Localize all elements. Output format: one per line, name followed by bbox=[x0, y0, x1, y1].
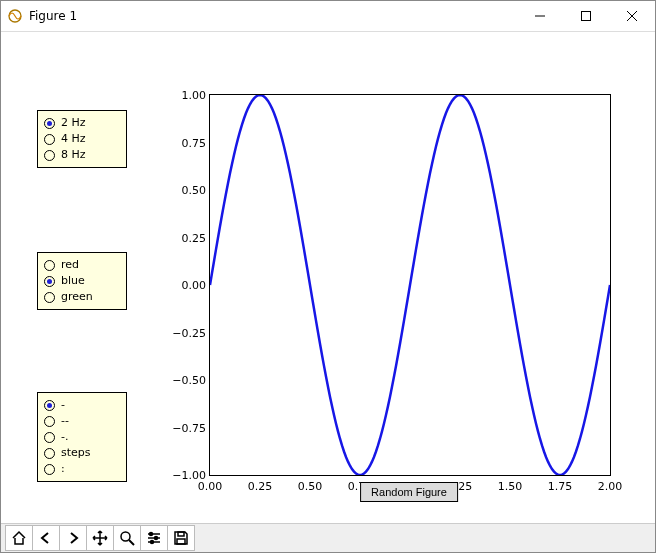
radio-indicator bbox=[44, 292, 55, 303]
radio-label: green bbox=[61, 289, 93, 305]
radio-label: steps bbox=[61, 445, 91, 461]
plot-line bbox=[210, 95, 610, 475]
radio-label: 4 Hz bbox=[61, 131, 86, 147]
radio-indicator bbox=[44, 416, 55, 427]
radio-group-linestyle[interactable]: ----.steps: bbox=[37, 392, 127, 482]
svg-point-10 bbox=[150, 533, 153, 536]
matplotlib-toolbar bbox=[1, 523, 655, 552]
x-tick-label: 0.25 bbox=[240, 480, 280, 493]
radio-indicator bbox=[44, 276, 55, 287]
radio-option[interactable]: : bbox=[44, 461, 120, 477]
radio-indicator bbox=[44, 134, 55, 145]
radio-option[interactable]: red bbox=[44, 257, 120, 273]
radio-option[interactable]: -. bbox=[44, 429, 120, 445]
radio-indicator bbox=[44, 400, 55, 411]
forward-icon[interactable] bbox=[59, 525, 86, 551]
figure-area: 2 Hz4 Hz8 Hz redbluegreen ----.steps: −1… bbox=[1, 32, 655, 523]
svg-rect-13 bbox=[178, 532, 184, 536]
x-tick-label: 1.75 bbox=[540, 480, 580, 493]
radio-option[interactable]: 8 Hz bbox=[44, 147, 120, 163]
radio-label: -- bbox=[61, 413, 69, 429]
radio-label: red bbox=[61, 257, 79, 273]
window-title: Figure 1 bbox=[29, 9, 77, 23]
radio-label: 8 Hz bbox=[61, 147, 86, 163]
y-tick-label: 0.00 bbox=[170, 279, 206, 292]
home-icon[interactable] bbox=[5, 525, 32, 551]
radio-label: -. bbox=[61, 429, 68, 445]
y-tick-label: 0.25 bbox=[170, 231, 206, 244]
radio-label: : bbox=[61, 461, 65, 477]
svg-point-12 bbox=[151, 541, 154, 544]
radio-option[interactable]: - bbox=[44, 397, 120, 413]
radio-option[interactable]: 2 Hz bbox=[44, 115, 120, 131]
radio-indicator bbox=[44, 260, 55, 271]
svg-line-6 bbox=[129, 540, 134, 545]
y-tick-label: −0.25 bbox=[170, 326, 206, 339]
back-icon[interactable] bbox=[32, 525, 59, 551]
svg-point-5 bbox=[121, 532, 130, 541]
pan-icon[interactable] bbox=[86, 525, 113, 551]
radio-label: - bbox=[61, 397, 65, 413]
window-controls bbox=[517, 1, 655, 31]
radio-indicator bbox=[44, 118, 55, 129]
window: Figure 1 2 Hz4 Hz8 Hz redbluegreen ----.… bbox=[0, 0, 656, 553]
x-tick-label: 0.00 bbox=[190, 480, 230, 493]
y-tick-label: 0.50 bbox=[170, 184, 206, 197]
app-icon bbox=[7, 8, 23, 24]
plot-axes[interactable]: −1.00−0.75−0.50−0.250.000.250.500.751.00… bbox=[209, 94, 611, 476]
minimize-button[interactable] bbox=[517, 1, 563, 31]
radio-option[interactable]: green bbox=[44, 289, 120, 305]
configure-icon[interactable] bbox=[140, 525, 167, 551]
close-button[interactable] bbox=[609, 1, 655, 31]
radio-label: 2 Hz bbox=[61, 115, 86, 131]
radio-group-frequency[interactable]: 2 Hz4 Hz8 Hz bbox=[37, 110, 127, 168]
radio-label: blue bbox=[61, 273, 85, 289]
svg-rect-14 bbox=[177, 539, 185, 544]
svg-point-11 bbox=[155, 537, 158, 540]
zoom-icon[interactable] bbox=[113, 525, 140, 551]
radio-indicator bbox=[44, 432, 55, 443]
radio-option[interactable]: steps bbox=[44, 445, 120, 461]
x-tick-label: 2.00 bbox=[590, 480, 630, 493]
y-tick-label: −0.50 bbox=[170, 374, 206, 387]
y-tick-label: 1.00 bbox=[170, 89, 206, 102]
radio-indicator bbox=[44, 448, 55, 459]
titlebar: Figure 1 bbox=[1, 1, 655, 32]
y-tick-label: 0.75 bbox=[170, 136, 206, 149]
y-tick-label: −0.75 bbox=[170, 421, 206, 434]
random-figure-button[interactable]: Random Figure bbox=[360, 482, 458, 502]
x-tick-label: 1.50 bbox=[490, 480, 530, 493]
svg-rect-2 bbox=[582, 12, 591, 21]
save-icon[interactable] bbox=[167, 525, 195, 551]
radio-group-color[interactable]: redbluegreen bbox=[37, 252, 127, 310]
radio-option[interactable]: blue bbox=[44, 273, 120, 289]
maximize-button[interactable] bbox=[563, 1, 609, 31]
radio-indicator bbox=[44, 464, 55, 475]
radio-option[interactable]: -- bbox=[44, 413, 120, 429]
x-tick-label: 0.50 bbox=[290, 480, 330, 493]
radio-option[interactable]: 4 Hz bbox=[44, 131, 120, 147]
radio-indicator bbox=[44, 150, 55, 161]
